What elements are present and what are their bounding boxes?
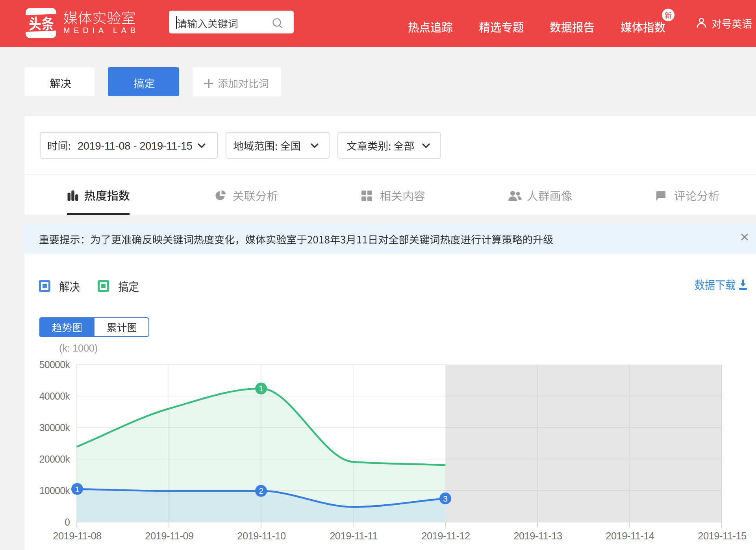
- svg-text:0: 0: [65, 517, 70, 528]
- svg-text:2019-11-14: 2019-11-14: [606, 530, 654, 541]
- svg-text:2019-11-11: 2019-11-11: [330, 530, 378, 541]
- svg-text:20000k: 20000k: [39, 454, 70, 465]
- svg-text:2019-11-13: 2019-11-13: [513, 530, 562, 541]
- svg-text:10000k: 10000k: [39, 485, 70, 496]
- svg-text:2: 2: [259, 486, 263, 495]
- svg-text:3: 3: [443, 494, 448, 503]
- svg-text:2019-11-09: 2019-11-09: [145, 530, 194, 541]
- svg-text:2019-11-15: 2019-11-15: [698, 530, 747, 541]
- svg-text:50000k: 50000k: [39, 359, 70, 370]
- svg-text:2019-11-10: 2019-11-10: [237, 530, 286, 541]
- svg-text:30000k: 30000k: [39, 422, 70, 433]
- svg-text:2019-11-12: 2019-11-12: [421, 530, 470, 541]
- svg-text:1: 1: [259, 384, 263, 393]
- svg-text:1: 1: [75, 485, 80, 494]
- svg-text:40000k: 40000k: [39, 391, 70, 402]
- svg-text:2019-11-08: 2019-11-08: [53, 530, 102, 541]
